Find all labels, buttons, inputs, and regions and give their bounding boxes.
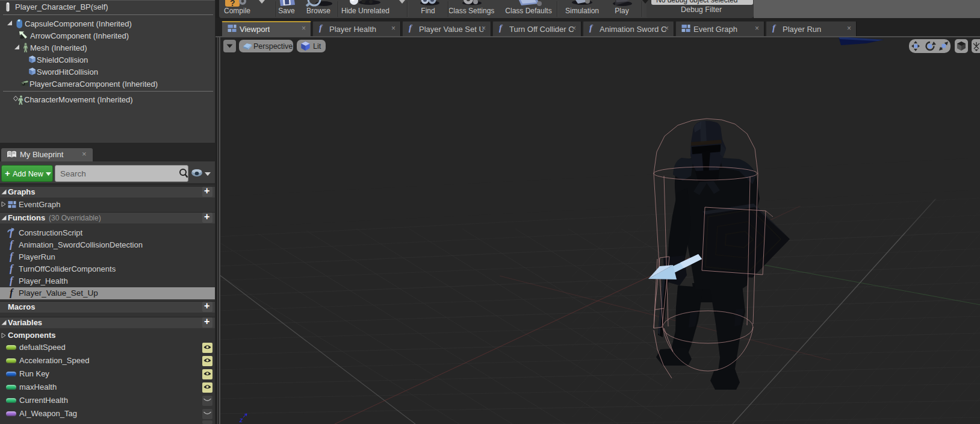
svg-text:?: ? <box>230 0 235 7</box>
svg-text:z: z <box>239 416 243 423</box>
